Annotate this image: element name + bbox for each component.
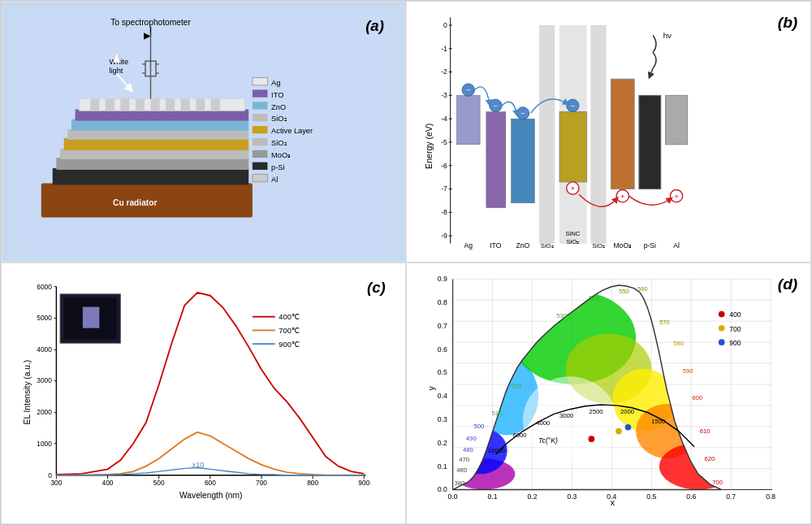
main-container: To spectrophotometer White light Cu radi… xyxy=(0,0,812,525)
svg-rect-90 xyxy=(639,95,661,189)
svg-text:0.4: 0.4 xyxy=(607,492,616,501)
svg-text:hν: hν xyxy=(663,31,672,40)
svg-text:ZnO: ZnO xyxy=(271,103,286,111)
svg-text:400℃: 400℃ xyxy=(279,313,299,321)
svg-text:Ag: Ag xyxy=(464,241,473,249)
svg-rect-78 xyxy=(512,119,535,203)
svg-rect-32 xyxy=(253,78,268,85)
svg-text:0.7: 0.7 xyxy=(726,492,736,501)
svg-text:0.9: 0.9 xyxy=(438,275,447,283)
svg-text:-5: -5 xyxy=(441,138,447,146)
svg-text:580: 580 xyxy=(673,340,684,347)
svg-text:(a): (a) xyxy=(365,17,384,34)
svg-text:SiO₂: SiO₂ xyxy=(271,115,287,123)
svg-rect-9 xyxy=(56,158,248,170)
svg-text:2000: 2000 xyxy=(37,408,52,416)
svg-point-242 xyxy=(719,325,725,332)
svg-text:540: 540 xyxy=(590,294,600,302)
svg-text:550: 550 xyxy=(619,288,629,295)
svg-rect-92 xyxy=(666,95,688,144)
svg-rect-10 xyxy=(60,149,248,159)
svg-text:500: 500 xyxy=(153,479,165,487)
svg-rect-76 xyxy=(486,112,506,208)
svg-point-237 xyxy=(589,436,595,442)
svg-text:(d): (d) xyxy=(778,276,798,293)
svg-text:0.1: 0.1 xyxy=(438,462,447,471)
svg-text:−: − xyxy=(494,102,499,111)
svg-text:SiO₂: SiO₂ xyxy=(541,242,554,249)
svg-text:0.4: 0.4 xyxy=(438,392,447,400)
svg-text:0.8: 0.8 xyxy=(766,492,775,501)
svg-text:2500: 2500 xyxy=(590,408,603,415)
svg-text:Cu radiator: Cu radiator xyxy=(113,198,157,207)
svg-text:4000: 4000 xyxy=(37,345,52,354)
svg-text:-6: -6 xyxy=(441,162,447,170)
svg-text:SiO₂: SiO₂ xyxy=(592,242,605,249)
svg-text:0: 0 xyxy=(48,471,52,479)
svg-rect-13 xyxy=(71,119,248,131)
svg-text:530: 530 xyxy=(556,312,567,319)
svg-text:490: 490 xyxy=(466,435,477,442)
svg-text:-3: -3 xyxy=(441,91,447,99)
svg-text:Tc(°K): Tc(°K) xyxy=(538,436,558,445)
svg-text:0.8: 0.8 xyxy=(438,298,447,306)
svg-rect-11 xyxy=(64,138,249,150)
svg-text:y: y xyxy=(426,385,436,390)
svg-rect-44 xyxy=(253,150,268,158)
svg-text:460: 460 xyxy=(456,466,467,474)
svg-text:0.1: 0.1 xyxy=(487,492,497,501)
svg-rect-24 xyxy=(211,99,220,111)
svg-text:-7: -7 xyxy=(441,184,447,193)
svg-rect-152 xyxy=(83,307,99,328)
svg-text:Active Layer: Active Layer xyxy=(271,127,313,135)
svg-text:700: 700 xyxy=(712,479,723,486)
svg-text:p-Si: p-Si xyxy=(271,163,284,171)
svg-text:560: 560 xyxy=(637,285,648,293)
svg-text:-1: -1 xyxy=(441,45,447,53)
svg-text:Al: Al xyxy=(271,176,278,184)
svg-rect-46 xyxy=(253,163,268,170)
svg-rect-48 xyxy=(253,174,268,181)
svg-text:−: − xyxy=(571,102,576,111)
svg-rect-86 xyxy=(590,25,606,244)
svg-text:-4: -4 xyxy=(441,115,447,123)
svg-text:(b): (b) xyxy=(778,14,798,31)
svg-text:1500: 1500 xyxy=(651,418,665,425)
svg-text:SiNC: SiNC xyxy=(565,230,580,237)
svg-text:-9: -9 xyxy=(441,232,447,240)
svg-text:0.0: 0.0 xyxy=(438,485,447,493)
svg-text:Al: Al xyxy=(673,241,680,249)
svg-rect-80 xyxy=(539,25,555,244)
svg-rect-18 xyxy=(120,99,129,111)
svg-text:900: 900 xyxy=(729,339,741,347)
svg-text:700: 700 xyxy=(729,325,741,333)
svg-text:ZnO: ZnO xyxy=(516,241,530,249)
svg-text:900℃: 900℃ xyxy=(279,341,299,349)
svg-text:+: + xyxy=(571,184,576,193)
svg-text:Ag: Ag xyxy=(271,79,280,87)
svg-text:510: 510 xyxy=(492,410,503,417)
svg-text:3000: 3000 xyxy=(559,412,573,419)
svg-text:470: 470 xyxy=(459,456,469,463)
svg-text:700℃: 700℃ xyxy=(279,327,299,335)
svg-rect-88 xyxy=(611,79,634,189)
svg-text:620: 620 xyxy=(705,455,715,462)
svg-text:0.3: 0.3 xyxy=(438,415,447,423)
svg-text:500: 500 xyxy=(473,423,484,430)
svg-text:light: light xyxy=(109,67,123,75)
svg-text:Energy (eV): Energy (eV) xyxy=(424,124,434,169)
svg-text:0.2: 0.2 xyxy=(527,492,537,501)
svg-text:520: 520 xyxy=(512,383,522,390)
svg-text:ITO: ITO xyxy=(271,91,283,99)
svg-text:590: 590 xyxy=(683,367,693,375)
svg-text:5000: 5000 xyxy=(37,314,52,322)
svg-rect-36 xyxy=(253,102,268,109)
svg-text:0.3: 0.3 xyxy=(567,492,577,501)
svg-point-240 xyxy=(719,311,725,318)
svg-text:0.5: 0.5 xyxy=(438,368,447,376)
svg-text:0: 0 xyxy=(443,21,447,29)
svg-text:MoO₃: MoO₃ xyxy=(271,151,291,159)
svg-text:SiO₂: SiO₂ xyxy=(271,139,287,147)
panel-d: x y 0.0 0.1 0.2 0.3 0.4 0.5 0.6 0.7 0.8 … xyxy=(406,262,811,524)
svg-text:400: 400 xyxy=(102,479,114,487)
